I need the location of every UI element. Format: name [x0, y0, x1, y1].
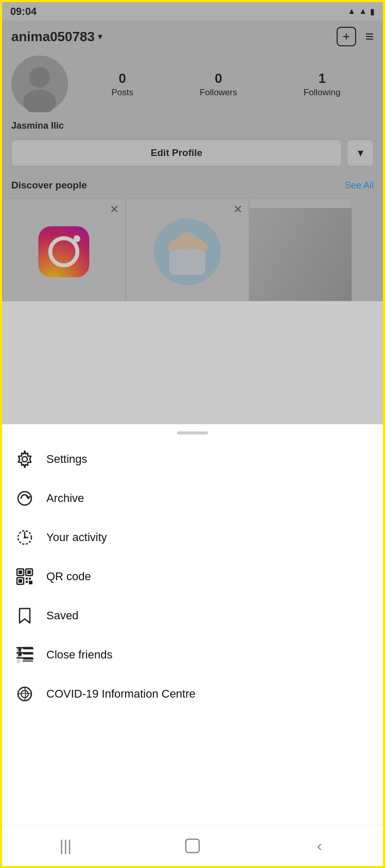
svg-text:☆: ☆ [16, 658, 21, 664]
covid-icon [14, 684, 35, 704]
svg-rect-26 [26, 581, 28, 583]
recent-apps-icon: ||| [60, 837, 72, 855]
posts-count: 0 [119, 71, 126, 86]
nav-back-button[interactable]: ‹ [304, 830, 335, 861]
menu-item-archive[interactable]: Archive [2, 479, 383, 518]
card-close-button-1[interactable]: ✕ [110, 204, 119, 215]
back-icon: ‹ [317, 837, 322, 855]
menu-item-covid[interactable]: COVID-19 Information Centre [2, 674, 383, 714]
chevron-down-icon: ▾ [358, 146, 363, 160]
status-icons: ▲ ▲ ▮ [347, 7, 375, 16]
bottom-nav: ||| ‹ [2, 825, 383, 866]
friends-label: Close friends [46, 648, 112, 662]
svg-point-45 [21, 690, 28, 698]
home-icon-svg [184, 837, 201, 855]
stat-following[interactable]: 1 Following [304, 71, 341, 98]
menu-item-activity[interactable]: Your activity [2, 518, 383, 557]
archive-icon-svg [15, 489, 34, 508]
covid-label: COVID-19 Information Centre [46, 687, 196, 701]
avatar-svg [11, 56, 68, 112]
svg-rect-21 [27, 570, 31, 574]
svg-point-12 [22, 457, 27, 462]
profile-name: Jasmina Ilic [2, 117, 383, 136]
activity-label: Your activity [46, 531, 107, 544]
profile-area: anima050783 ▾ + ≡ 0 Posts [2, 21, 383, 301]
posts-label: Posts [111, 88, 133, 98]
add-post-button[interactable]: + [337, 27, 356, 46]
discover-card-instagram: ✕ [2, 198, 126, 301]
stat-posts[interactable]: 0 Posts [111, 71, 133, 98]
svg-point-17 [24, 536, 26, 539]
following-label: Following [304, 88, 341, 98]
nav-home-button[interactable] [177, 830, 208, 861]
saved-icon [14, 605, 35, 626]
profile-dropdown-button[interactable]: ▾ [347, 140, 374, 166]
signal-icon: ▲ [347, 7, 356, 16]
close-friends-icon: ★ ★ ★ ☆ ☆ ☆ [14, 645, 35, 665]
instagram-logo-card [30, 218, 97, 285]
svg-rect-23 [19, 579, 22, 583]
discover-cards: ✕ [2, 196, 383, 301]
menu-item-saved[interactable]: Saved [2, 596, 383, 635]
person-avatar-svg [154, 218, 221, 285]
svg-point-6 [74, 235, 80, 242]
svg-rect-19 [19, 570, 22, 574]
username-text: anima050783 [11, 29, 95, 45]
sheet-handle [177, 431, 208, 435]
wifi-icon: ▲ [359, 7, 367, 16]
friends-icon-svg: ★ ★ ★ ☆ ☆ ☆ [15, 646, 34, 664]
menu-item-settings[interactable]: Settings [2, 440, 383, 479]
discover-title: Discover people [11, 180, 87, 191]
svg-point-1 [29, 67, 50, 88]
menu-item-qr[interactable]: QR code [2, 557, 383, 596]
svg-rect-27 [29, 581, 32, 584]
menu-button[interactable]: ≡ [365, 28, 374, 45]
svg-point-15 [18, 492, 31, 505]
followers-count: 0 [215, 71, 222, 86]
stats-row: 0 Posts 0 Followers 1 Following [78, 71, 374, 98]
plus-icon: + [343, 29, 350, 44]
svg-point-44 [18, 687, 31, 701]
instagram-logo-svg [36, 223, 92, 280]
svg-rect-24 [26, 578, 28, 580]
see-all-link[interactable]: See All [345, 180, 374, 191]
discover-person-avatar-1 [154, 218, 221, 285]
nav-recent-apps-button[interactable]: ||| [50, 830, 81, 861]
discover-card-person1: ✕ [126, 198, 249, 301]
status-bar: 09:04 ▲ ▲ ▮ [2, 2, 383, 21]
activity-icon-svg [15, 528, 34, 547]
profile-info-row: 0 Posts 0 Followers 1 Following [2, 51, 383, 117]
nav-icons: + ≡ [337, 27, 374, 46]
discover-people-header: Discover people See All [2, 173, 383, 196]
menu-item-friends[interactable]: ★ ★ ★ ☆ ☆ ☆ Close friends [2, 635, 383, 674]
edit-profile-row: Edit Profile ▾ [2, 136, 383, 173]
bookmark-icon-svg [15, 606, 34, 625]
svg-rect-25 [29, 578, 31, 580]
following-count: 1 [318, 71, 325, 86]
username-block[interactable]: anima050783 ▾ [11, 29, 102, 45]
svg-rect-46 [186, 839, 199, 853]
battery-icon: ▮ [370, 7, 375, 16]
bottom-sheet: Settings Archive [2, 424, 383, 866]
followers-label: Followers [200, 88, 237, 98]
gear-icon-svg [15, 450, 34, 468]
archive-icon [14, 488, 35, 509]
hamburger-icon: ≡ [365, 28, 374, 45]
activity-icon [14, 527, 35, 548]
discover-person-partial [250, 208, 352, 301]
svg-rect-9 [169, 249, 205, 275]
svg-rect-3 [39, 227, 90, 277]
qr-icon-svg [15, 567, 34, 586]
settings-label: Settings [46, 453, 87, 466]
qr-label: QR code [46, 570, 91, 583]
archive-label: Archive [46, 492, 84, 505]
saved-label: Saved [46, 609, 78, 622]
covid-icon-svg [15, 685, 34, 703]
edit-profile-button[interactable]: Edit Profile [11, 140, 342, 166]
stat-followers[interactable]: 0 Followers [200, 71, 237, 98]
username-chevron-icon: ▾ [98, 31, 102, 42]
top-nav: anima050783 ▾ + ≡ [2, 21, 383, 51]
card-close-button-2[interactable]: ✕ [233, 204, 242, 215]
status-time: 09:04 [10, 6, 37, 18]
qr-icon [14, 566, 35, 587]
